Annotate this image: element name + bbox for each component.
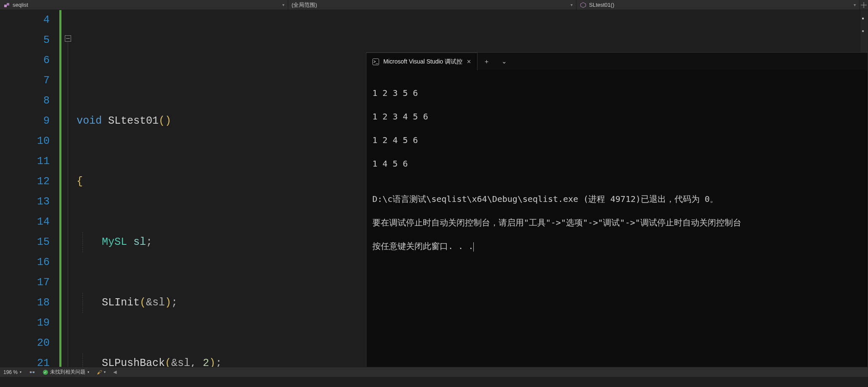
output-line: 1 2 3 5 6 [372, 87, 862, 99]
issues-status[interactable]: 未找到相关问题 ▾ [43, 368, 89, 376]
status-bar: 196 %▾ 👓 未找到相关问题 ▾ 🖌▾ ◀ [0, 367, 868, 377]
debug-console-window: >_ Microsoft Visual Studio 调试控 ✕ ＋ ⌄ 1 2… [366, 52, 868, 377]
split-editor-button[interactable] [860, 2, 868, 8]
file-icon [3, 2, 10, 8]
line-number: 4 [0, 10, 50, 30]
close-icon[interactable]: ✕ [467, 58, 471, 65]
svg-rect-0 [4, 5, 7, 7]
output-line: 1 4 5 6 [372, 158, 862, 170]
line-number: 8 [0, 91, 50, 111]
terminal-tab-title: Microsoft Visual Studio 调试控 [383, 58, 462, 66]
folding-margin [62, 10, 75, 377]
svg-marker-2 [581, 3, 586, 8]
terminal-icon: >_ [372, 58, 379, 65]
terminal-tab[interactable]: >_ Microsoft Visual Studio 调试控 ✕ [366, 53, 478, 70]
line-number: 12 [0, 172, 50, 192]
svg-rect-1 [7, 3, 9, 5]
fold-collapse-icon[interactable] [65, 35, 71, 42]
line-number: 14 [0, 212, 50, 232]
output-line: 要在调试停止时自动关闭控制台，请启用"工具"->"选项"->"调试"->"调试停… [372, 217, 862, 228]
terminal-titlebar[interactable]: >_ Microsoft Visual Studio 调试控 ✕ ＋ ⌄ [366, 53, 868, 70]
file-dropdown-label: seqlist [13, 2, 28, 8]
line-number: 15 [0, 232, 50, 252]
output-line: 1 2 3 4 5 6 [372, 111, 862, 122]
brush-icon[interactable]: 🖌▾ [97, 369, 106, 375]
chevron-down-icon: ▾ [854, 3, 856, 7]
file-dropdown[interactable]: seqlist ▾ [0, 0, 288, 10]
line-number-gutter: 4 5 6 7 8 9 10 11 12 13 14 15 16 17 18 1… [0, 10, 59, 377]
line-number: 16 [0, 252, 50, 273]
chevron-down-icon: ▾ [282, 3, 284, 7]
output-line: 1 2 4 5 6 [372, 134, 862, 146]
zoom-level[interactable]: 196 %▾ [3, 369, 21, 375]
line-number: 11 [0, 151, 50, 172]
line-number: 17 [0, 273, 50, 293]
scope-dropdown-label: (全局范围) [292, 1, 317, 9]
output-line: D:\c语言测试\seqlist\x64\Debug\seqlist.exe (… [372, 193, 862, 205]
nav-back[interactable]: ◀ [113, 369, 117, 375]
line-number: 10 [0, 131, 50, 151]
function-dropdown[interactable]: SLtest01() ▾ [576, 0, 860, 10]
line-number: 18 [0, 293, 50, 313]
chevron-down-icon: ▾ [571, 3, 573, 7]
line-number: 9 [0, 111, 50, 131]
tab-menu-button[interactable]: ⌄ [495, 53, 513, 70]
ok-icon [43, 370, 48, 375]
change-indicator [59, 10, 62, 377]
line-number: 7 [0, 71, 50, 91]
function-dropdown-label: SLtest01() [589, 2, 614, 8]
line-number: 20 [0, 333, 50, 353]
output-line: 按任意键关闭此窗口. . . [372, 240, 862, 252]
line-number: 19 [0, 313, 50, 333]
scope-dropdown[interactable]: (全局范围) ▾ [288, 0, 576, 10]
glasses-icon[interactable]: 👓 [29, 369, 35, 375]
line-number: 6 [0, 50, 50, 71]
terminal-output[interactable]: 1 2 3 5 6 1 2 3 4 5 6 1 2 4 5 6 1 4 5 6 … [366, 70, 868, 376]
navigation-bar: seqlist ▾ (全局范围) ▾ SLtest01() ▾ [0, 0, 868, 10]
terminal-cursor [473, 242, 474, 252]
line-number: 5 [0, 30, 50, 50]
new-tab-button[interactable]: ＋ [478, 53, 495, 70]
cube-icon [580, 2, 587, 8]
main-area: 4 5 6 7 8 9 10 11 12 13 14 15 16 17 18 1… [0, 10, 868, 377]
line-number: 13 [0, 192, 50, 212]
